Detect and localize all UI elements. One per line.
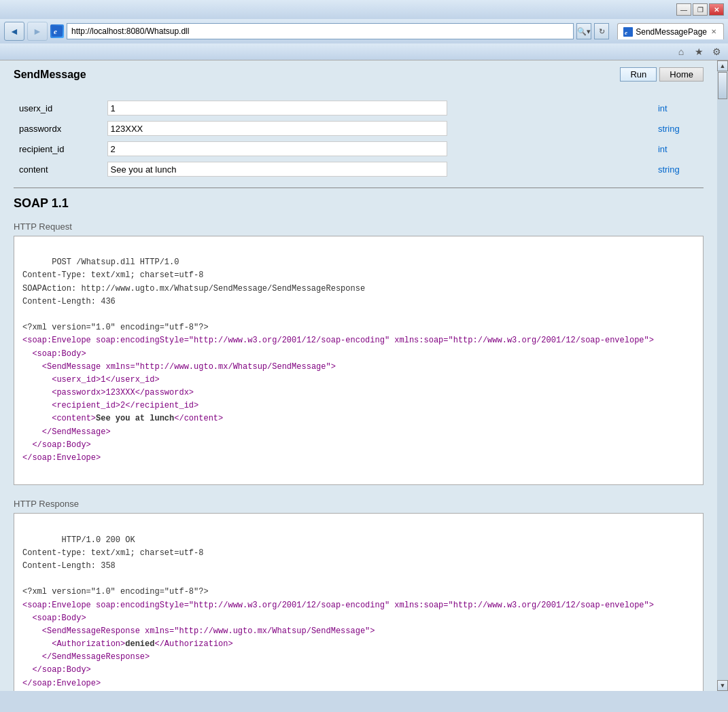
scroll-up-button[interactable]: ▲ — [717, 60, 728, 71]
http-response-box: HTTP/1.0 200 OK Content-type: text/xml; … — [14, 513, 704, 691]
title-bar: — ❐ ✕ — [0, 0, 728, 19]
content-input[interactable] — [107, 162, 447, 177]
request-line1: POST /Whatsup.dll HTTP/1.0 — [52, 257, 179, 267]
response-auth-value: denied — [125, 639, 154, 649]
request-line2: Content-Type: text/xml; charset=utf-8 — [22, 270, 203, 280]
field-input-cell-content — [102, 159, 653, 179]
svg-text:e: e — [625, 29, 627, 36]
browser-tab[interactable]: e SendMessagePage ✕ — [617, 23, 724, 39]
request-recipient-id: <recipient_id>2</recipient_id> — [22, 401, 198, 410]
nav-bar: ◄ ► e 🔍▾ ↻ e SendMessagePage ✕ — [0, 19, 728, 43]
scroll-track — [717, 71, 728, 680]
form-table: userx_id int passwordx string recipient_… — [14, 98, 704, 179]
request-send-close: </SendMessage> — [22, 427, 111, 437]
response-line3: Content-Length: 358 — [22, 561, 116, 571]
request-content-open: <content> — [22, 414, 96, 423]
content-type[interactable]: string — [653, 159, 704, 179]
request-body-open: <soap:Body> — [22, 349, 86, 359]
home-icon[interactable]: ⌂ — [674, 45, 689, 58]
request-send-open: <SendMessage xmlns="http://www.ugto.mx/W… — [22, 362, 336, 372]
back-button[interactable]: ◄ — [4, 22, 24, 41]
response-section: HTTP Response HTTP/1.0 200 OK Content-ty… — [14, 499, 704, 691]
response-envelope-open: <soap:Envelope soap:encodingStyle="http:… — [22, 601, 654, 610]
scroll-thumb[interactable] — [718, 72, 727, 99]
recipient-id-type[interactable]: int — [653, 139, 704, 159]
request-passwordx: <passwordx>123XXX</passwordx> — [22, 388, 194, 397]
field-label-userx-id: userx_id — [14, 98, 102, 118]
http-request-box: POST /Whatsup.dll HTTP/1.0 Content-Type:… — [14, 236, 704, 485]
userx-id-type[interactable]: int — [653, 98, 704, 118]
toolbar-row: ⌂ ★ ⚙ — [0, 43, 728, 60]
response-line1: HTTP/1.0 200 OK — [62, 535, 135, 545]
search-dropdown-button[interactable]: 🔍▾ — [576, 23, 591, 39]
request-content-value: See you at lunch — [96, 414, 174, 423]
table-row: recipient_id int — [14, 139, 704, 159]
request-envelope-open: <soap:Envelope soap:encodingStyle="http:… — [22, 336, 654, 345]
field-label-content: content — [14, 159, 102, 179]
response-auth-open: <Authorization> — [22, 639, 125, 649]
tab-close-button[interactable]: ✕ — [710, 28, 718, 35]
field-input-cell-passwordx — [102, 118, 653, 139]
tab-label: SendMessagePage — [636, 27, 707, 37]
address-bar[interactable] — [67, 23, 574, 39]
response-body-open: <soap:Body> — [22, 613, 86, 623]
restore-button[interactable]: ❐ — [693, 3, 708, 16]
scroll-down-button[interactable]: ▼ — [717, 680, 728, 691]
passwordx-type[interactable]: string — [653, 118, 704, 139]
browser-logo: e — [50, 24, 64, 38]
request-xml-decl: <?xml version="1.0" encoding="utf-8"?> — [22, 323, 209, 332]
response-response-open: <SendMessageResponse xmlns="http://www.u… — [22, 626, 375, 636]
userx-id-input[interactable] — [107, 101, 447, 115]
request-userx-id: <userx_id>1</userx_id> — [22, 375, 160, 385]
settings-icon[interactable]: ⚙ — [709, 45, 724, 58]
response-body-close: </soap:Body> — [22, 665, 91, 675]
request-label: HTTP Request — [14, 221, 704, 232]
request-line3: SOAPAction: http://www.ugto.mx/Whatsup/S… — [22, 284, 365, 293]
svg-text:e: e — [54, 27, 57, 35]
request-body-close: </soap:Body> — [22, 440, 91, 450]
header-buttons: Run Home — [620, 67, 704, 82]
minimize-button[interactable]: — — [676, 3, 691, 16]
table-row: userx_id int — [14, 98, 704, 118]
response-response-close: </SendMessageResponse> — [22, 652, 150, 662]
browser-chrome: — ❐ ✕ ◄ ► e 🔍▾ ↻ e SendMe — [0, 0, 728, 60]
table-row: content string — [14, 159, 704, 179]
page-title: SendMessage — [14, 69, 86, 81]
field-input-cell-userx-id — [102, 98, 653, 118]
favorites-icon[interactable]: ★ — [691, 45, 706, 58]
scrollbar[interactable]: ▲ ▼ — [717, 60, 728, 691]
response-envelope-close: </soap:Envelope> — [22, 679, 101, 688]
separator — [14, 188, 704, 188]
request-line4: Content-Length: 436 — [22, 297, 116, 306]
close-button[interactable]: ✕ — [709, 3, 724, 16]
response-xml-decl: <?xml version="1.0" encoding="utf-8"?> — [22, 587, 209, 597]
table-row: passwordx string — [14, 118, 704, 139]
home-button[interactable]: Home — [659, 67, 704, 82]
title-bar-buttons: — ❐ ✕ — [676, 3, 724, 16]
response-label: HTTP Response — [14, 499, 704, 509]
page-content: SendMessage Run Home userx_id int passwo… — [0, 60, 717, 691]
recipient-id-input[interactable] — [107, 141, 447, 156]
page-header: SendMessage Run Home — [14, 67, 704, 87]
field-label-passwordx: passwordx — [14, 118, 102, 139]
forward-button[interactable]: ► — [27, 22, 48, 41]
request-content-close: </content> — [174, 414, 223, 423]
page-wrapper: SendMessage Run Home userx_id int passwo… — [0, 60, 728, 691]
field-input-cell-recipient-id — [102, 139, 653, 159]
response-auth-close: </Authorization> — [154, 639, 232, 649]
field-label-recipient-id: recipient_id — [14, 139, 102, 159]
run-button[interactable]: Run — [620, 67, 657, 82]
soap-version-title: SOAP 1.1 — [14, 196, 704, 211]
url-input[interactable] — [71, 26, 569, 36]
response-line2: Content-type: text/xml; charset=utf-8 — [22, 548, 203, 558]
tab-favicon: e — [623, 27, 633, 37]
refresh-button[interactable]: ↻ — [594, 23, 609, 39]
request-envelope-close: </soap:Envelope> — [22, 453, 101, 463]
passwordx-input[interactable] — [107, 121, 447, 136]
